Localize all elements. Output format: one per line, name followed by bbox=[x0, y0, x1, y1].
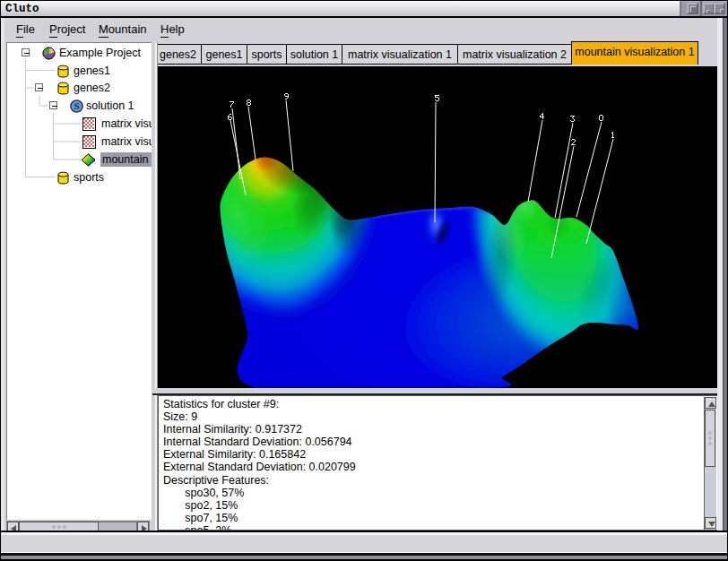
svg-text:S: S bbox=[74, 100, 79, 111]
